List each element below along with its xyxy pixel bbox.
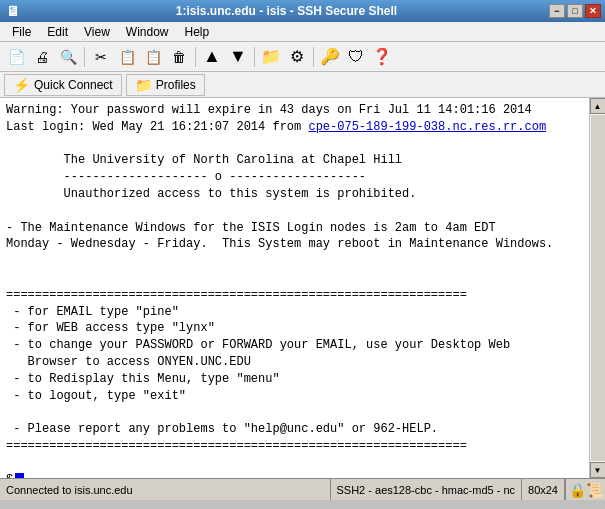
maximize-button[interactable]: □ [567, 4, 583, 18]
quick-connect-button[interactable]: ⚡ Quick Connect [4, 74, 122, 96]
tb-find[interactable]: 🔍 [56, 45, 80, 69]
tb-sep2 [195, 47, 196, 67]
connection-status: Connected to isis.unc.edu [0, 479, 331, 500]
terminal[interactable]: Warning: Your password will expire in 43… [0, 98, 589, 478]
tb-delete[interactable]: 🗑 [167, 45, 191, 69]
quick-connect-label: Quick Connect [34, 78, 113, 92]
cursor [15, 473, 24, 478]
profiles-button[interactable]: 📁 Profiles [126, 74, 205, 96]
prompt-line: $ [6, 472, 583, 478]
status-icons: 🔒 📜 [565, 479, 605, 500]
terminal-line-3: The University of North Carolina at Chap… [6, 153, 402, 167]
menu-view[interactable]: View [76, 23, 118, 41]
toolbar-row1: 📄 🖨 🔍 ✂ 📋 📋 🗑 ▲ ▼ 📁 ⚙ 🔑 🛡 ❓ [0, 42, 605, 72]
terminal-line-11: ========================================… [6, 288, 467, 302]
menu-file[interactable]: File [4, 23, 39, 41]
tb-help[interactable]: ❓ [370, 45, 394, 69]
terminal-size-status: 80x24 [522, 479, 565, 500]
tb-upload[interactable]: ▲ [200, 45, 224, 69]
profiles-icon: 📁 [135, 77, 152, 93]
login-link: cpe-075-189-199-038.nc.res.rr.com [308, 120, 546, 134]
tb-sep4 [313, 47, 314, 67]
terminal-size-text: 80x24 [528, 484, 558, 496]
quick-connect-icon: ⚡ [13, 77, 30, 93]
status-cert-icon: 📜 [586, 482, 603, 498]
terminal-line-14: - to change your PASSWORD or FORWARD you… [6, 338, 510, 352]
minimize-button[interactable]: − [549, 4, 565, 18]
terminal-line-15: Browser to access ONYEN.UNC.EDU [6, 355, 251, 369]
tb-paste[interactable]: 📋 [141, 45, 165, 69]
tb-new[interactable]: 📄 [4, 45, 28, 69]
connection-status-text: Connected to isis.unc.edu [6, 484, 133, 496]
tb-shield[interactable]: 🛡 [344, 45, 368, 69]
terminal-line-5: Unauthorized access to this system is pr… [6, 187, 416, 201]
tb-cut[interactable]: ✂ [89, 45, 113, 69]
toolbar-row2: ⚡ Quick Connect 📁 Profiles [0, 72, 605, 98]
terminal-line-13: - for WEB access type "lynx" [6, 321, 215, 335]
tb-print[interactable]: 🖨 [30, 45, 54, 69]
menu-window[interactable]: Window [118, 23, 177, 41]
tb-download[interactable]: ▼ [226, 45, 250, 69]
app-icon: 🖥 [6, 3, 20, 19]
tb-sep3 [254, 47, 255, 67]
encryption-status-text: SSH2 - aes128-cbc - hmac-md5 - nc [337, 484, 516, 496]
scrollbar[interactable]: ▲ ▼ [589, 98, 605, 478]
status-security-icon: 🔒 [569, 482, 586, 498]
menu-edit[interactable]: Edit [39, 23, 76, 41]
scroll-up-button[interactable]: ▲ [590, 98, 606, 114]
window-title: 1:isis.unc.edu - isis - SSH Secure Shell [24, 4, 549, 18]
tb-key[interactable]: 🔑 [318, 45, 342, 69]
terminal-line-16: - to Redisplay this Menu, type "menu" [6, 372, 280, 386]
tb-sep1 [84, 47, 85, 67]
terminal-line-12: - for EMAIL type "pine" [6, 305, 179, 319]
terminal-line-1: Last login: Wed May 21 16:21:07 2014 fro… [6, 120, 308, 134]
terminal-line-4: -------------------- o -----------------… [6, 170, 366, 184]
tb-copy[interactable]: 📋 [115, 45, 139, 69]
status-bar: Connected to isis.unc.edu SSH2 - aes128-… [0, 478, 605, 500]
menu-help[interactable]: Help [177, 23, 218, 41]
terminal-line-20: ========================================… [6, 439, 467, 453]
terminal-line-0: Warning: Your password will expire in 43… [6, 103, 532, 117]
scrollbar-track[interactable] [591, 115, 605, 461]
encryption-status: SSH2 - aes128-cbc - hmac-md5 - nc [331, 479, 523, 500]
title-bar: 🖥 1:isis.unc.edu - isis - SSH Secure She… [0, 0, 605, 22]
terminal-container: Warning: Your password will expire in 43… [0, 98, 605, 478]
close-button[interactable]: ✕ [585, 4, 601, 18]
terminal-line-7: - The Maintenance Windows for the ISIS L… [6, 221, 496, 235]
terminal-line-8: Monday - Wednesday - Friday. This System… [6, 237, 553, 251]
tb-settings[interactable]: ⚙ [285, 45, 309, 69]
prompt-symbol: $ [6, 472, 13, 478]
tb-filebrowser[interactable]: 📁 [259, 45, 283, 69]
terminal-line-17: - to logout, type "exit" [6, 389, 186, 403]
profiles-label: Profiles [156, 78, 196, 92]
menu-bar: File Edit View Window Help [0, 22, 605, 42]
terminal-line-19: - Please report any problems to "help@un… [6, 422, 438, 436]
scroll-down-button[interactable]: ▼ [590, 462, 606, 478]
